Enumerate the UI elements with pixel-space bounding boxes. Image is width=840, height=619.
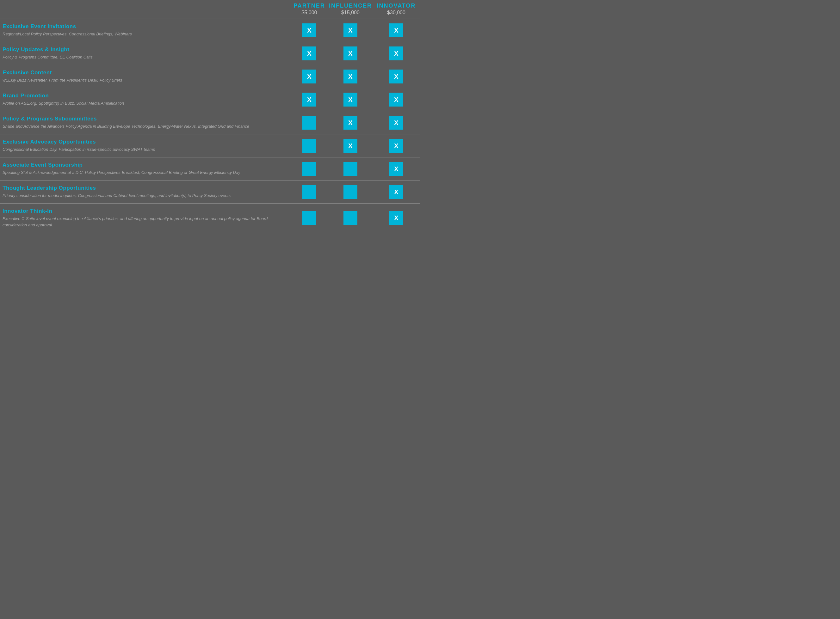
check-x-icon: X (389, 139, 403, 153)
row-subtitle: Regional/Local Policy Perspectives, Cong… (3, 31, 284, 37)
table-row: Associate Event SponsorshipSpeaking Slot… (0, 157, 420, 180)
check-x-icon: X (389, 185, 403, 199)
partner-header: PARTNER $5,000 (290, 3, 328, 15)
check-square-icon (343, 185, 357, 199)
row-title: Exclusive Advocacy Opportunities (3, 139, 284, 145)
row-label: Thought Leadership OpportunitiesPriority… (0, 185, 290, 199)
influencer-tier-label: INFLUENCER (328, 3, 373, 9)
table-row: Thought Leadership OpportunitiesPriority… (0, 180, 420, 203)
row-label: Exclusive ContentwEEkly Buzz Newsletter,… (0, 70, 290, 84)
check-square-icon (302, 211, 316, 225)
check-square-icon (302, 139, 316, 153)
row-title: Associate Event Sponsorship (3, 162, 284, 168)
check-x-icon: X (343, 46, 357, 60)
check-x-icon: X (343, 139, 357, 153)
check-x-icon: X (343, 116, 357, 130)
row-title: Exclusive Content (3, 70, 284, 76)
row-subtitle: Shape and Advance the Alliance's Policy … (3, 123, 284, 130)
row-subtitle: Policy & Programs Committee, EE Coalitio… (3, 54, 284, 60)
row-label: Associate Event SponsorshipSpeaking Slot… (0, 162, 290, 176)
membership-table: PARTNER $5,000 INFLUENCER $15,000 INNOVA… (0, 0, 420, 232)
partner-price: $5,000 (290, 10, 328, 15)
check-square-icon (343, 162, 357, 176)
check-square-icon (343, 211, 357, 225)
innovator-header: INNOVATOR $30,000 (373, 3, 420, 15)
row-subtitle: Congressional Education Day, Participati… (3, 147, 284, 153)
row-subtitle: Priority consideration for media inquiri… (3, 193, 284, 199)
check-x-icon: X (302, 46, 316, 60)
check-x-icon: X (389, 70, 403, 84)
innovator-tier-label: INNOVATOR (373, 3, 420, 9)
row-title: Thought Leadership Opportunities (3, 185, 284, 191)
table-row: Exclusive Advocacy OpportunitiesCongress… (0, 134, 420, 157)
check-x-icon: X (343, 70, 357, 84)
row-label: Exclusive Event InvitationsRegional/Loca… (0, 23, 290, 37)
table-row: Policy & Programs SubcommitteesShape and… (0, 111, 420, 134)
row-subtitle: Profile on ASE.org, Spotlight(s) in Buzz… (3, 100, 284, 106)
table-row: Exclusive ContentwEEkly Buzz Newsletter,… (0, 65, 420, 88)
table-header: PARTNER $5,000 INFLUENCER $15,000 INNOVA… (0, 0, 420, 19)
row-subtitle: Executive C-Suite level event examining … (3, 215, 284, 228)
check-x-icon: X (389, 46, 403, 60)
row-title: Brand Promotion (3, 93, 284, 99)
row-label: Innovator Think-InExecutive C-Suite leve… (0, 208, 290, 228)
influencer-header: INFLUENCER $15,000 (328, 3, 373, 15)
check-x-icon: X (389, 23, 403, 37)
innovator-price: $30,000 (373, 10, 420, 15)
row-title: Policy & Programs Subcommittees (3, 116, 284, 122)
check-x-icon: X (389, 93, 403, 106)
partner-tier-label: PARTNER (290, 3, 328, 9)
row-label: Exclusive Advocacy OpportunitiesCongress… (0, 139, 290, 153)
check-x-icon: X (389, 116, 403, 130)
row-label: Policy Updates & InsightPolicy & Program… (0, 46, 290, 60)
row-label: Policy & Programs SubcommitteesShape and… (0, 116, 290, 130)
check-square-icon (302, 162, 316, 176)
check-x-icon: X (302, 23, 316, 37)
row-subtitle: Speaking Slot & Acknowledgement at a D.C… (3, 169, 284, 176)
table-row: Policy Updates & InsightPolicy & Program… (0, 42, 420, 65)
row-title: Innovator Think-In (3, 208, 284, 214)
check-x-icon: X (302, 70, 316, 84)
table-body: Exclusive Event InvitationsRegional/Loca… (0, 19, 420, 232)
row-label: Brand PromotionProfile on ASE.org, Spotl… (0, 93, 290, 106)
check-x-icon: X (343, 23, 357, 37)
check-x-icon: X (302, 93, 316, 106)
table-row: Innovator Think-InExecutive C-Suite leve… (0, 203, 420, 232)
influencer-price: $15,000 (328, 10, 373, 15)
table-row: Brand PromotionProfile on ASE.org, Spotl… (0, 88, 420, 111)
check-square-icon (302, 116, 316, 130)
check-x-icon: X (343, 93, 357, 106)
table-row: Exclusive Event InvitationsRegional/Loca… (0, 19, 420, 42)
row-subtitle: wEEkly Buzz Newsletter, From the Preside… (3, 77, 284, 84)
check-x-icon: X (389, 211, 403, 225)
check-x-icon: X (389, 162, 403, 176)
row-title: Policy Updates & Insight (3, 46, 284, 53)
check-square-icon (302, 185, 316, 199)
row-title: Exclusive Event Invitations (3, 23, 284, 30)
